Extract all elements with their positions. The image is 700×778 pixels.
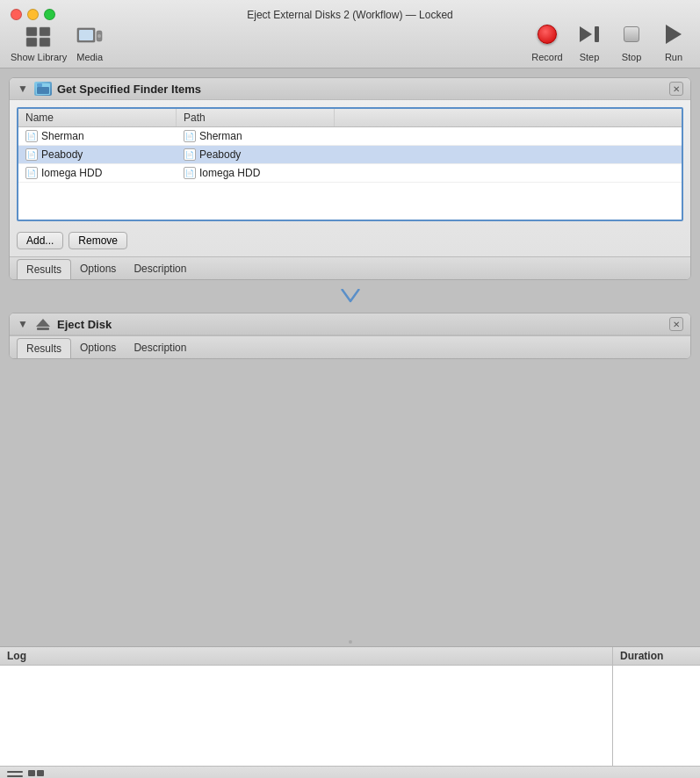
- eject-icon: [34, 317, 52, 331]
- row1-name: 📄 Sherman: [18, 127, 177, 145]
- svg-rect-14: [7, 775, 23, 777]
- file-icon: 📄: [184, 148, 196, 161]
- toolbar-left: Show Library Media: [0, 24, 114, 64]
- row2-path: 📄 Peabody: [177, 146, 335, 163]
- row1-path: 📄 Sherman: [177, 127, 335, 145]
- duration-column-header: Duration: [612, 647, 700, 665]
- log-duration-area: [612, 666, 700, 766]
- file-icon: 📄: [25, 167, 38, 179]
- block1-collapse[interactable]: ▼: [17, 83, 29, 95]
- log-header: Log Duration: [0, 647, 700, 666]
- window-title: Eject External Disks 2 (Workflow) — Lock…: [247, 9, 453, 21]
- svg-rect-13: [7, 771, 23, 773]
- file-icon: 📄: [184, 130, 196, 142]
- step-button[interactable]: Step: [570, 17, 609, 64]
- show-library-icon: [25, 25, 53, 50]
- svg-point-7: [97, 34, 101, 38]
- record-button[interactable]: Record: [528, 17, 566, 64]
- media-icon: [76, 25, 104, 50]
- block1-title: Get Specified Finder Items: [57, 83, 664, 96]
- minimize-button[interactable]: [27, 9, 39, 20]
- run-label: Run: [665, 52, 682, 62]
- block1-tabs: Results Options Description: [10, 256, 690, 279]
- col-path-header: Path: [177, 109, 335, 126]
- tab-options-1[interactable]: Options: [71, 259, 125, 279]
- show-library-label: Show Library: [11, 52, 67, 62]
- list-view-icon[interactable]: [7, 770, 23, 779]
- window-controls: [0, 9, 66, 20]
- svg-rect-12: [37, 83, 42, 87]
- col-name-header: Name: [18, 109, 177, 126]
- svg-rect-16: [28, 770, 35, 776]
- log-area: Log Duration: [0, 646, 700, 778]
- log-column-header: Log: [0, 647, 612, 665]
- log-footer: [0, 766, 700, 778]
- block2-tabs: Results Options Description: [10, 335, 690, 358]
- block1-header: ▼ Get Specified Finder Items ✕: [10, 78, 690, 100]
- finder-icon: [34, 82, 52, 96]
- block2-close[interactable]: ✕: [669, 317, 683, 331]
- table-row[interactable]: 📄 Sherman 📄 Sherman: [18, 127, 682, 146]
- step-icon: [574, 18, 605, 50]
- log-body: [0, 666, 700, 766]
- block2-header: ▼ Eject Disk ✕: [10, 313, 690, 335]
- table-header: Name Path: [18, 109, 682, 127]
- media-label: Media: [76, 52, 103, 62]
- svg-rect-1: [26, 38, 37, 47]
- row2-name: 📄 Peabody: [18, 146, 177, 163]
- main-content: ▼ Get Specified Finder Items ✕ Name Path…: [0, 68, 700, 638]
- record-icon: [531, 18, 563, 50]
- file-icon: 📄: [25, 130, 38, 142]
- block1-close[interactable]: ✕: [669, 82, 683, 96]
- block1-buttons: Add... Remove: [10, 228, 690, 256]
- tab-description-2[interactable]: Description: [125, 338, 195, 358]
- row3-path: 📄 Iomega HDD: [177, 164, 335, 182]
- stop-label: Stop: [622, 52, 642, 62]
- run-icon: [658, 18, 689, 50]
- remove-button[interactable]: Remove: [69, 232, 127, 249]
- finder-items-table: Name Path 📄 Sherman 📄 Sherman 📄 Peabody: [17, 107, 683, 221]
- tab-results-1[interactable]: Results: [17, 259, 71, 279]
- close-button[interactable]: [11, 9, 22, 20]
- file-icon: 📄: [184, 167, 196, 179]
- table-row[interactable]: 📄 Peabody 📄 Peabody: [18, 146, 682, 164]
- svg-rect-3: [40, 38, 50, 47]
- table-row[interactable]: 📄 Iomega HDD 📄 Iomega HDD: [18, 164, 682, 183]
- get-specified-finder-items-block: ▼ Get Specified Finder Items ✕ Name Path…: [9, 77, 691, 280]
- stop-icon: [616, 18, 647, 50]
- stop-button[interactable]: Stop: [612, 17, 651, 64]
- record-label: Record: [531, 52, 562, 62]
- tab-description-1[interactable]: Description: [125, 259, 195, 279]
- add-button[interactable]: Add...: [17, 232, 63, 249]
- svg-rect-17: [37, 770, 44, 776]
- log-main-area: [0, 666, 612, 766]
- tab-results-2[interactable]: Results: [17, 338, 71, 358]
- row3-name: 📄 Iomega HDD: [18, 164, 177, 182]
- connector-arrow: [9, 289, 691, 311]
- show-library-button[interactable]: Show Library: [7, 24, 70, 64]
- scrollbar-indicator: [349, 640, 352, 644]
- media-button[interactable]: Media: [72, 24, 107, 64]
- tab-options-2[interactable]: Options: [71, 338, 125, 358]
- eject-disk-block: ▼ Eject Disk ✕ Results Options Descripti…: [9, 313, 691, 359]
- block2-collapse[interactable]: ▼: [17, 318, 29, 330]
- titlebar: Eject External Disks 2 (Workflow) — Lock…: [0, 0, 700, 68]
- maximize-button[interactable]: [44, 9, 55, 20]
- svg-rect-9: [595, 26, 599, 42]
- svg-rect-11: [37, 87, 49, 94]
- step-label: Step: [580, 52, 600, 62]
- svg-rect-2: [40, 27, 50, 36]
- run-button[interactable]: Run: [654, 17, 693, 64]
- toolbar-right: Record Step Stop Run: [528, 17, 693, 64]
- svg-rect-0: [26, 27, 37, 36]
- block2-title: Eject Disk: [57, 318, 664, 331]
- svg-rect-5: [79, 30, 93, 40]
- file-icon: 📄: [25, 148, 38, 161]
- svg-marker-8: [580, 26, 592, 42]
- grid-view-icon[interactable]: [28, 770, 44, 779]
